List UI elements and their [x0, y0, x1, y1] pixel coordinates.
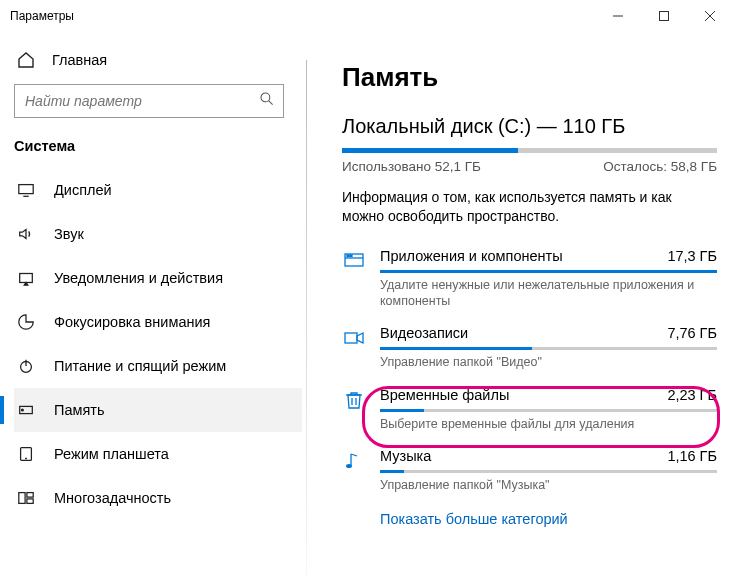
- tablet-icon: [16, 445, 36, 463]
- close-button[interactable]: [687, 0, 733, 32]
- svg-rect-20: [347, 255, 349, 257]
- category-temp-files[interactable]: Временные файлы2,23 ГБ Выберите временны…: [342, 381, 717, 442]
- search-icon: [259, 91, 275, 111]
- sidebar-item-label: Фокусировка внимания: [54, 314, 210, 330]
- disk-usage-fill: [342, 148, 518, 153]
- main-panel: Память Локальный диск (C:) — 110 ГБ Испо…: [306, 32, 733, 576]
- sidebar-item-power[interactable]: Питание и спящий режим: [14, 344, 302, 388]
- svg-point-4: [261, 93, 270, 102]
- svg-rect-17: [27, 499, 33, 504]
- sidebar-item-label: Режим планшета: [54, 446, 169, 462]
- home-icon: [16, 50, 36, 70]
- apps-icon: [342, 248, 366, 310]
- sidebar-item-label: Уведомления и действия: [54, 270, 223, 286]
- music-icon: [342, 448, 366, 493]
- minimize-button[interactable]: [595, 0, 641, 32]
- disk-free-label: Осталось: 58,8 ГБ: [603, 159, 717, 174]
- category-apps[interactable]: Приложения и компоненты17,3 ГБ Удалите н…: [342, 242, 717, 320]
- sidebar-home-label: Главная: [52, 52, 107, 68]
- svg-rect-8: [20, 274, 33, 283]
- sidebar-item-display[interactable]: Дисплей: [14, 168, 302, 212]
- category-size: 2,23 ГБ: [667, 387, 717, 403]
- titlebar: Параметры: [0, 0, 733, 32]
- disk-usage-bar: [342, 148, 717, 153]
- svg-point-12: [22, 409, 24, 411]
- display-icon: [16, 181, 36, 199]
- svg-line-5: [269, 101, 273, 105]
- storage-icon: [16, 401, 36, 419]
- power-icon: [16, 357, 36, 375]
- sidebar-item-label: Память: [54, 402, 105, 418]
- svg-rect-6: [19, 185, 33, 194]
- sidebar-home[interactable]: Главная: [14, 44, 302, 84]
- category-size: 7,76 ГБ: [667, 325, 717, 341]
- video-icon: [342, 325, 366, 370]
- focus-icon: [16, 313, 36, 331]
- category-music[interactable]: Музыка1,16 ГБ Управление папкой "Музыка": [342, 442, 717, 503]
- trash-icon: [342, 387, 366, 432]
- sidebar-item-label: Дисплей: [54, 182, 112, 198]
- sidebar-item-focus[interactable]: Фокусировка внимания: [14, 300, 302, 344]
- svg-rect-1: [660, 12, 669, 21]
- category-title: Видеозаписи: [380, 325, 468, 341]
- category-video[interactable]: Видеозаписи7,76 ГБ Управление папкой "Ви…: [342, 319, 717, 380]
- disk-title: Локальный диск (C:) — 110 ГБ: [342, 115, 717, 138]
- category-sub: Управление папкой "Музыка": [380, 477, 717, 493]
- svg-rect-15: [19, 493, 25, 504]
- category-title: Музыка: [380, 448, 431, 464]
- category-title: Приложения и компоненты: [380, 248, 563, 264]
- sidebar-item-storage[interactable]: Память: [14, 388, 302, 432]
- divider: [306, 60, 307, 576]
- multitasking-icon: [16, 489, 36, 507]
- svg-rect-21: [350, 255, 352, 257]
- window-title: Параметры: [10, 9, 595, 23]
- sound-icon: [16, 225, 36, 243]
- info-text: Информация о том, как используется памят…: [342, 188, 717, 226]
- disk-used-label: Использовано 52,1 ГБ: [342, 159, 481, 174]
- svg-rect-22: [345, 333, 357, 343]
- category-sub: Выберите временные файлы для удаления: [380, 416, 717, 432]
- sidebar: Главная Система Дисплей Звук Уведомления…: [0, 32, 306, 576]
- more-categories-link[interactable]: Показать больше категорий: [342, 503, 568, 527]
- sidebar-group-header: Система: [14, 136, 302, 168]
- svg-point-26: [346, 464, 352, 468]
- sidebar-item-label: Звук: [54, 226, 84, 242]
- page-title: Память: [342, 62, 717, 93]
- search-input[interactable]: [25, 93, 259, 109]
- category-sub: Управление папкой "Видео": [380, 354, 717, 370]
- sidebar-item-label: Питание и спящий режим: [54, 358, 226, 374]
- sidebar-item-notifications[interactable]: Уведомления и действия: [14, 256, 302, 300]
- sidebar-item-label: Многозадачность: [54, 490, 171, 506]
- maximize-button[interactable]: [641, 0, 687, 32]
- sidebar-item-multitasking[interactable]: Многозадачность: [14, 476, 302, 520]
- category-size: 1,16 ГБ: [667, 448, 717, 464]
- sidebar-item-tablet[interactable]: Режим планшета: [14, 432, 302, 476]
- category-size: 17,3 ГБ: [667, 248, 717, 264]
- svg-rect-16: [27, 493, 33, 498]
- notifications-icon: [16, 269, 36, 287]
- search-box[interactable]: [14, 84, 284, 118]
- sidebar-item-sound[interactable]: Звук: [14, 212, 302, 256]
- category-title: Временные файлы: [380, 387, 509, 403]
- category-sub: Удалите ненужные или нежелательные прило…: [380, 277, 717, 310]
